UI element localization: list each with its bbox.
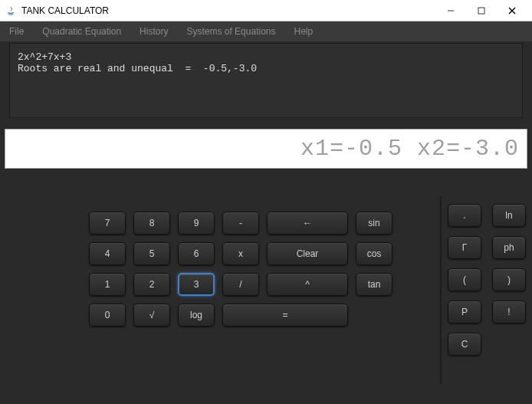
menu-quadratic-equation[interactable]: Quadratic Equation	[42, 26, 121, 37]
key-6[interactable]: 6	[178, 242, 215, 265]
key-8[interactable]: 8	[133, 212, 170, 235]
key-left-paren[interactable]: (	[448, 268, 481, 291]
key-power[interactable]: ^	[267, 273, 348, 296]
menu-bar: File Quadratic Equation History Systems …	[0, 21, 532, 41]
window-controls	[435, 1, 527, 21]
result-text: x1=-0.5 x2=-3.0	[300, 136, 519, 162]
key-multiply[interactable]: x	[222, 242, 259, 265]
key-backspace[interactable]: ←	[267, 212, 348, 235]
key-2[interactable]: 2	[133, 273, 170, 296]
key-equals[interactable]: =	[222, 304, 348, 327]
output-console: 2x^2+7x+3 Roots are real and unequal = -…	[9, 43, 523, 118]
key-c[interactable]: C	[448, 333, 481, 356]
key-right-paren[interactable]: )	[492, 268, 526, 291]
key-clear[interactable]: Clear	[267, 242, 348, 265]
menu-systems-of-equations[interactable]: Systems of Equations	[186, 26, 275, 37]
key-factorial[interactable]: !	[492, 301, 526, 324]
key-dot[interactable]: .	[448, 204, 481, 227]
maximize-button[interactable]	[466, 1, 497, 21]
window-title: TANK CALCULATOR	[21, 5, 435, 16]
console-line-1: 2x^2+7x+3	[18, 51, 71, 63]
key-5[interactable]: 5	[133, 242, 170, 265]
key-1[interactable]: 1	[89, 273, 126, 296]
main-keypad: 7 8 9 - ← sin 4 5 6 x Clear cos 1 2 3 / …	[0, 186, 440, 356]
key-cos[interactable]: cos	[356, 242, 392, 265]
menu-help[interactable]: Help	[294, 26, 313, 37]
key-3[interactable]: 3	[178, 273, 215, 296]
menu-file[interactable]: File	[9, 26, 24, 37]
key-divide[interactable]: /	[222, 273, 259, 296]
java-app-icon	[5, 5, 17, 17]
key-9[interactable]: 9	[178, 212, 215, 235]
keypad-area: 7 8 9 - ← sin 4 5 6 x Clear cos 1 2 3 / …	[0, 186, 532, 356]
key-ph[interactable]: ph	[492, 236, 526, 259]
key-tan[interactable]: tan	[356, 273, 392, 296]
key-sin[interactable]: sin	[356, 212, 392, 235]
title-bar: TANK CALCULATOR	[0, 0, 532, 21]
close-button[interactable]	[497, 1, 527, 21]
key-gamma[interactable]: Γ	[448, 236, 481, 259]
svg-rect-1	[478, 8, 484, 14]
key-0[interactable]: 0	[89, 304, 126, 327]
minimize-button[interactable]	[435, 1, 466, 21]
console-line-2: Roots are real and unequal = -0.5,-3.0	[18, 63, 257, 74]
side-keypad: . ln Γ ph ( ) P ! C	[440, 186, 532, 356]
key-p[interactable]: P	[448, 301, 481, 324]
key-ln[interactable]: ln	[492, 204, 526, 227]
key-log[interactable]: log	[178, 304, 215, 327]
key-4[interactable]: 4	[89, 242, 126, 265]
result-display: x1=-0.5 x2=-3.0	[5, 129, 527, 169]
key-7[interactable]: 7	[89, 212, 126, 235]
vertical-divider	[440, 196, 442, 384]
key-minus[interactable]: -	[222, 212, 259, 235]
menu-history[interactable]: History	[140, 26, 168, 37]
key-sqrt[interactable]: √	[133, 304, 170, 327]
